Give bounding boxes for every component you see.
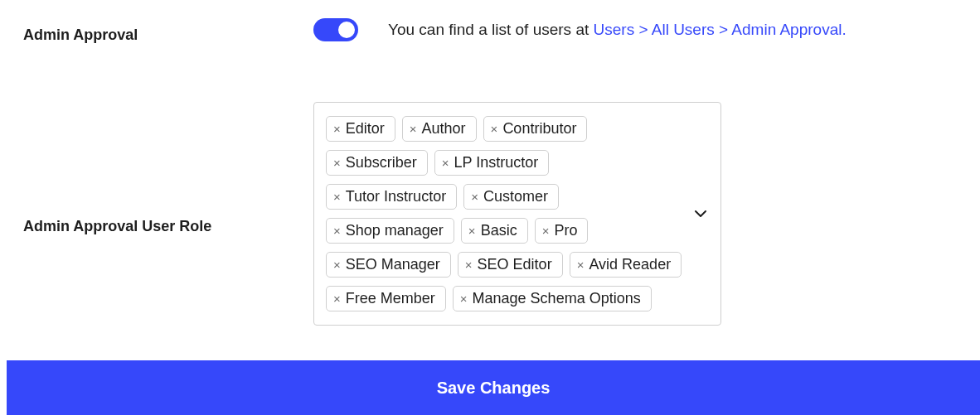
role-tag-label: Free Member [346,290,435,307]
save-button[interactable]: Save Changes [7,360,980,415]
role-tag: ×Pro [535,218,589,244]
role-tag-label: Basic [481,222,517,239]
admin-approval-user-role-row: Admin Approval User Role ×Editor×Author×… [0,85,980,326]
save-button-label: Save Changes [437,379,551,398]
close-icon[interactable]: × [577,258,585,271]
close-icon[interactable]: × [460,292,468,305]
role-tag: ×Basic [461,218,528,244]
admin-approval-row: Admin Approval You can find a list of us… [0,0,980,44]
role-tag: ×SEO Manager [326,252,451,278]
close-icon[interactable]: × [542,224,550,237]
role-tag-label: Tutor Instructor [346,188,446,205]
close-icon[interactable]: × [333,258,341,271]
close-icon[interactable]: × [468,224,476,237]
close-icon[interactable]: × [465,258,473,271]
role-tag-label: Manage Schema Options [473,290,641,307]
admin-approval-label: Admin Approval [23,18,313,44]
role-tag-label: Avid Reader [589,256,671,273]
role-tag: ×Customer [463,184,559,210]
close-icon[interactable]: × [491,123,498,135]
role-tag: ×Editor [326,116,395,142]
user-role-multiselect[interactable]: ×Editor×Author×Contributor×Subscriber×LP… [313,102,721,326]
role-tag: ×Author [402,116,477,142]
close-icon[interactable]: × [333,191,341,203]
role-tag-label: LP Instructor [454,154,539,171]
close-icon[interactable]: × [333,224,341,237]
role-tag: ×Avid Reader [570,252,682,278]
role-tag-label: Contributor [502,120,576,138]
hint-prefix: You can find a list of users at [388,21,594,38]
toggle-knob [338,22,355,38]
role-tag-label: Shop manager [346,222,444,239]
admin-approval-toggle[interactable] [313,18,358,41]
close-icon[interactable]: × [471,191,478,203]
chevron-down-icon[interactable] [692,205,709,222]
role-tag: ×SEO Editor [458,252,563,278]
role-tag-label: Pro [554,222,577,239]
admin-approval-hint-link[interactable]: Users > All Users > Admin Approval. [594,21,847,38]
close-icon[interactable]: × [442,157,449,169]
role-tag-label: Author [422,120,466,138]
role-tag: ×Contributor [483,116,588,142]
role-tag: ×Free Member [326,286,446,311]
admin-approval-control: You can find a list of users at Users > … [313,18,847,41]
role-tag: ×Subscriber [326,150,428,176]
role-tag: ×Manage Schema Options [453,286,652,311]
close-icon[interactable]: × [333,292,341,305]
role-tag-label: SEO Editor [478,256,552,273]
close-icon[interactable]: × [410,123,417,135]
role-tag-label: SEO Manager [346,256,440,273]
role-tag: ×LP Instructor [434,150,549,176]
role-tag: ×Tutor Instructor [326,184,457,210]
role-tag-label: Editor [346,120,385,138]
admin-approval-hint: You can find a list of users at Users > … [388,21,847,39]
role-tag: ×Shop manager [326,218,454,244]
close-icon[interactable]: × [333,123,341,135]
tags-container: ×Editor×Author×Contributor×Subscriber×LP… [323,111,687,316]
admin-approval-user-role-label: Admin Approval User Role [23,102,313,235]
close-icon[interactable]: × [333,157,341,169]
role-tag-label: Subscriber [346,154,417,171]
role-tag-label: Customer [483,188,548,205]
